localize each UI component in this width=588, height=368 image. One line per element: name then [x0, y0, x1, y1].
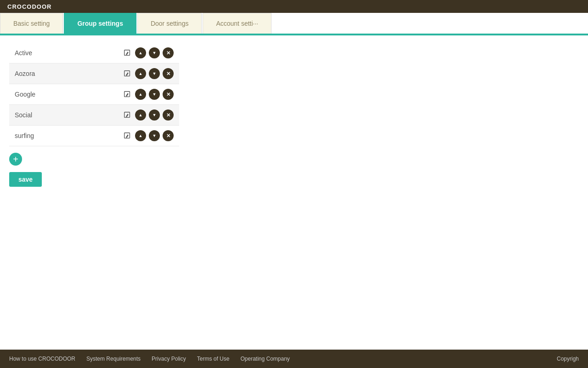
footer: How to use CROCODOOR System Requirements…: [0, 350, 588, 368]
group-name-label: Social: [15, 111, 122, 119]
edit-icon[interactable]: [122, 69, 132, 79]
edit-icon[interactable]: [122, 48, 132, 58]
move-up-button[interactable]: [135, 68, 146, 79]
footer-link-how-to-use[interactable]: How to use CROCODOOR: [9, 356, 75, 362]
move-down-button[interactable]: [149, 47, 160, 58]
footer-link-privacy-policy[interactable]: Privacy Policy: [152, 356, 186, 362]
move-down-button[interactable]: [149, 89, 160, 100]
tab-door-settings[interactable]: Door settings: [137, 13, 202, 34]
move-up-button[interactable]: [135, 47, 146, 58]
footer-link-terms-of-use[interactable]: Terms of Use: [197, 356, 230, 362]
row-actions: [135, 130, 174, 141]
row-actions: [135, 68, 174, 79]
tab-basic-setting[interactable]: Basic setting: [0, 13, 63, 34]
app-logo: CROCODOOR: [7, 3, 51, 10]
footer-copyright: Copyrigh: [557, 356, 579, 362]
move-up-button[interactable]: [135, 89, 146, 100]
row-actions: [135, 109, 174, 121]
save-button[interactable]: save: [9, 172, 42, 187]
row-actions: [135, 47, 174, 58]
group-row: Aozora: [9, 63, 179, 84]
move-down-button[interactable]: [149, 130, 160, 141]
tab-bar: Basic setting Group settings Door settin…: [0, 13, 588, 35]
delete-button[interactable]: [163, 130, 174, 141]
tab-group-settings[interactable]: Group settings: [64, 13, 136, 34]
edit-icon[interactable]: [122, 110, 132, 120]
edit-icon[interactable]: [122, 131, 132, 141]
move-up-button[interactable]: [135, 130, 146, 141]
group-list: Active Aozora Google Social surfing: [9, 43, 179, 146]
edit-icon[interactable]: [122, 89, 132, 99]
group-row: surfing: [9, 126, 179, 146]
row-actions: [135, 89, 174, 100]
delete-button[interactable]: [163, 109, 174, 121]
group-name-label: Aozora: [15, 70, 122, 77]
move-up-button[interactable]: [135, 109, 146, 121]
tab-account-settings[interactable]: Account setti···: [203, 13, 271, 34]
group-name-label: Google: [15, 91, 122, 98]
footer-link-system-requirements[interactable]: System Requirements: [86, 356, 141, 362]
delete-button[interactable]: [163, 68, 174, 79]
add-group-button[interactable]: +: [9, 153, 22, 166]
app-header: CROCODOOR: [0, 0, 588, 13]
group-name-label: Active: [15, 49, 122, 57]
group-row: Social: [9, 105, 179, 126]
move-down-button[interactable]: [149, 109, 160, 121]
main-content: Active Aozora Google Social surfing + sa…: [0, 35, 588, 350]
group-row: Active: [9, 43, 179, 63]
delete-button[interactable]: [163, 89, 174, 100]
footer-link-operating-company[interactable]: Operating Company: [240, 356, 289, 362]
move-down-button[interactable]: [149, 68, 160, 79]
group-name-label: surfing: [15, 132, 122, 139]
group-row: Google: [9, 84, 179, 105]
delete-button[interactable]: [163, 47, 174, 58]
